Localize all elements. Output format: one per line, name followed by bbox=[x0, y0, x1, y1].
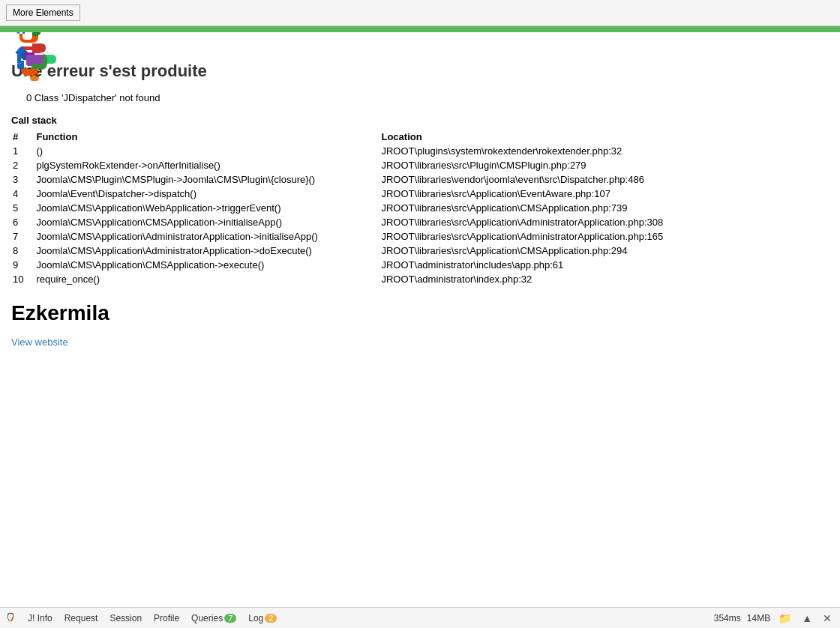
svg-rect-1 bbox=[17, 63, 21, 69]
debug-log-item[interactable]: Log2 bbox=[243, 611, 282, 626]
table-row: 5 Joomla\CMS\Application\WebApplication-… bbox=[11, 201, 674, 215]
cell-function: () bbox=[34, 144, 380, 158]
cell-num: 5 bbox=[11, 201, 34, 215]
cell-location: JROOT\plugins\system\rokextender\rokexte… bbox=[380, 144, 674, 158]
cell-function: require_once() bbox=[34, 272, 380, 286]
debug-folder-btn[interactable]: 📁 bbox=[776, 611, 794, 626]
cell-num: 4 bbox=[11, 187, 34, 201]
col-header-location: Location bbox=[380, 130, 674, 144]
svg-rect-3 bbox=[21, 61, 24, 69]
svg-rect-4 bbox=[32, 64, 40, 69]
cell-function: Joomla\CMS\Application\WebApplication->t… bbox=[34, 201, 380, 215]
top-bar: More Elements bbox=[0, 0, 840, 26]
cell-location: JROOT\libraries\vendor\joomla\event\src\… bbox=[380, 172, 674, 187]
cell-function: plgSystemRokExtender->onAfterInitialise(… bbox=[34, 158, 380, 172]
cell-function: Joomla\CMS\Application\AdministratorAppl… bbox=[34, 244, 380, 258]
cell-function: Joomla\CMS\Application\CMSApplication->e… bbox=[34, 258, 380, 272]
site-name: Ezkermila bbox=[11, 301, 829, 325]
cell-num: 1 bbox=[11, 144, 34, 158]
table-row: 2 plgSystemRokExtender->onAfterInitialis… bbox=[11, 158, 674, 172]
table-row: 8 Joomla\CMS\Application\AdministratorAp… bbox=[11, 244, 674, 258]
cell-location: JROOT\libraries\src\Application\Administ… bbox=[380, 229, 674, 244]
debug-session-item[interactable]: Session bbox=[104, 611, 147, 626]
cell-num: 7 bbox=[11, 229, 34, 244]
cell-num: 9 bbox=[11, 258, 34, 272]
table-row: 10 require_once() JROOT\administrator\in… bbox=[11, 272, 674, 286]
debug-close-btn[interactable]: ✕ bbox=[820, 611, 834, 626]
svg-rect-8 bbox=[32, 32, 38, 36]
cell-num: 8 bbox=[11, 244, 34, 258]
debug-joomla-icon bbox=[6, 612, 18, 624]
debug-info-item[interactable]: J! Info bbox=[22, 611, 58, 626]
col-header-function: Function bbox=[34, 130, 380, 144]
joomla-logo-colored bbox=[11, 42, 60, 83]
debug-queries-item[interactable]: Queries7 bbox=[186, 611, 242, 626]
cell-location: JROOT\libraries\src\Plugin\CMSPlugin.php… bbox=[380, 158, 674, 172]
progress-bar bbox=[0, 26, 840, 32]
cell-function: Joomla\CMS\Application\AdministratorAppl… bbox=[34, 229, 380, 244]
joomla-logo-wrapper bbox=[11, 32, 829, 54]
svg-rect-5 bbox=[24, 69, 32, 72]
callstack-title: Call stack bbox=[11, 115, 829, 126]
debug-up-btn[interactable]: ▲ bbox=[800, 611, 814, 626]
error-title: Une erreur s'est produite bbox=[11, 61, 829, 81]
debug-bar-left: J! Info Request Session Profile Queries7… bbox=[6, 611, 714, 626]
table-row: 1 () JROOT\plugins\system\rokextender\ro… bbox=[11, 144, 674, 158]
callstack-table: # Function Location 1 () JROOT\plugins\s… bbox=[11, 130, 674, 286]
debug-memory: 14MB bbox=[747, 613, 770, 624]
cell-location: JROOT\libraries\src\Application\CMSAppli… bbox=[380, 201, 674, 215]
main-content: Une erreur s'est produite 0 Class 'JDisp… bbox=[0, 32, 840, 607]
cell-num: 3 bbox=[11, 172, 34, 187]
log-badge: 2 bbox=[265, 614, 277, 623]
debug-bar: J! Info Request Session Profile Queries7… bbox=[0, 607, 840, 628]
table-row: 7 Joomla\CMS\Application\AdministratorAp… bbox=[11, 229, 674, 244]
cell-function: Joomla\CMS\Application\CMSApplication->i… bbox=[34, 215, 380, 229]
cell-location: JROOT\libraries\src\Application\CMSAppli… bbox=[380, 244, 674, 258]
debug-request-item[interactable]: Request bbox=[59, 611, 104, 626]
queries-badge: 7 bbox=[224, 614, 236, 623]
table-row: 6 Joomla\CMS\Application\CMSApplication-… bbox=[11, 215, 674, 229]
cell-function: Joomla\CMS\Plugin\CMSPlugin->Joomla\CMS\… bbox=[34, 172, 380, 187]
cell-location: JROOT\administrator\index.php:32 bbox=[380, 272, 674, 286]
debug-profile-item[interactable]: Profile bbox=[148, 611, 184, 626]
cell-location: JROOT\libraries\src\Application\Administ… bbox=[380, 215, 674, 229]
svg-rect-7 bbox=[22, 32, 25, 34]
cell-num: 10 bbox=[11, 272, 34, 286]
debug-time: 354ms bbox=[714, 613, 741, 624]
view-website-link[interactable]: View website bbox=[11, 336, 68, 348]
table-row: 3 Joomla\CMS\Plugin\CMSPlugin->Joomla\CM… bbox=[11, 172, 674, 187]
table-row: 4 Joomla\Event\Dispatcher->dispatch() JR… bbox=[11, 187, 674, 201]
more-elements-button[interactable]: More Elements bbox=[6, 4, 80, 21]
table-row: 9 Joomla\CMS\Application\CMSApplication-… bbox=[11, 258, 674, 272]
cell-num: 6 bbox=[11, 215, 34, 229]
cell-num: 2 bbox=[11, 158, 34, 172]
cell-location: JROOT\administrator\includes\app.php:61 bbox=[380, 258, 674, 272]
cell-location: JROOT\libraries\src\Application\EventAwa… bbox=[380, 187, 674, 201]
cell-function: Joomla\Event\Dispatcher->dispatch() bbox=[34, 187, 380, 201]
svg-rect-2 bbox=[24, 52, 34, 55]
error-message: 0 Class 'JDispatcher' not found bbox=[11, 92, 829, 103]
col-header-num: # bbox=[11, 130, 34, 144]
debug-bar-right: 354ms 14MB 📁 ▲ ✕ bbox=[714, 611, 834, 626]
callstack-section: Call stack # Function Location 1 () JROO… bbox=[11, 115, 829, 286]
